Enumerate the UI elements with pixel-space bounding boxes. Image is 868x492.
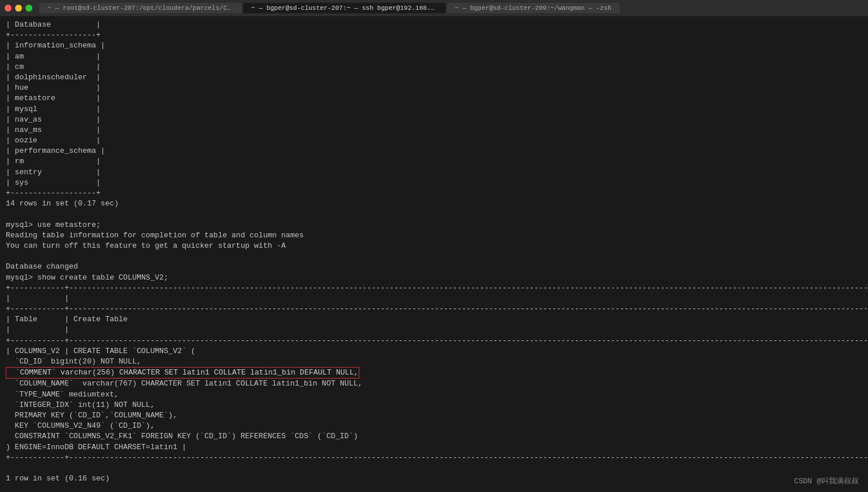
tab-2-active[interactable]: ~ — bgper@sd-cluster-207:~ — ssh bgper@1… (243, 3, 446, 13)
maximize-button[interactable] (25, 5, 32, 12)
watermark: CSDN @叫我满叔叔 (794, 476, 859, 486)
terminal-output[interactable]: | Database | +-------------------+ | inf… (0, 16, 868, 492)
terminal-window: ~ — root@sd-cluster-207:/opt/cloudera/pa… (0, 0, 868, 492)
minimize-button[interactable] (15, 5, 22, 12)
highlighted-comment-line: `COMMENT` varchar(256) CHARACTER SET lat… (6, 367, 359, 379)
tab-3[interactable]: ~ — bgper@sd-cluster-209:~/wangman — -zs… (447, 3, 620, 13)
titlebar: ~ — root@sd-cluster-207:/opt/cloudera/pa… (0, 0, 868, 16)
close-button[interactable] (5, 5, 12, 12)
tab-bar: ~ — root@sd-cluster-207:/opt/cloudera/pa… (39, 3, 863, 13)
tab-1[interactable]: ~ — root@sd-cluster-207:/opt/cloudera/pa… (39, 3, 242, 13)
traffic-lights (5, 5, 32, 12)
